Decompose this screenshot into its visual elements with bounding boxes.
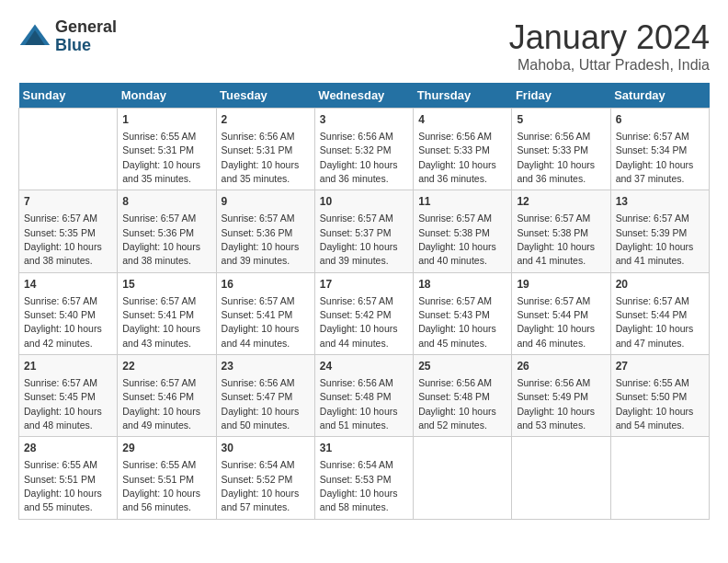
calendar-week-row: 1Sunrise: 6:55 AM Sunset: 5:31 PM Daylig… — [19, 109, 710, 190]
day-number: 1 — [122, 112, 210, 128]
cell-info: Sunrise: 6:57 AM Sunset: 5:36 PM Dayligh… — [222, 213, 300, 266]
cell-info: Sunrise: 6:57 AM Sunset: 5:34 PM Dayligh… — [616, 131, 694, 184]
logo-general: General — [55, 18, 117, 37]
calendar-week-row: 7Sunrise: 6:57 AM Sunset: 5:35 PM Daylig… — [19, 190, 710, 272]
cell-info: Sunrise: 6:57 AM Sunset: 5:35 PM Dayligh… — [24, 213, 102, 266]
logo: General Blue — [18, 18, 117, 55]
day-header-tuesday: Tuesday — [216, 83, 314, 109]
calendar-table: SundayMondayTuesdayWednesdayThursdayFrid… — [18, 83, 710, 520]
calendar-week-row: 21Sunrise: 6:57 AM Sunset: 5:45 PM Dayli… — [19, 355, 710, 437]
calendar-cell: 16Sunrise: 6:57 AM Sunset: 5:41 PM Dayli… — [216, 272, 314, 354]
cell-info: Sunrise: 6:57 AM Sunset: 5:44 PM Dayligh… — [517, 295, 595, 349]
cell-info: Sunrise: 6:57 AM Sunset: 5:40 PM Dayligh… — [24, 295, 102, 349]
calendar-cell: 2Sunrise: 6:56 AM Sunset: 5:31 PM Daylig… — [216, 109, 314, 190]
cell-info: Sunrise: 6:55 AM Sunset: 5:31 PM Dayligh… — [122, 131, 200, 184]
calendar-cell — [610, 437, 709, 519]
calendar-cell: 4Sunrise: 6:56 AM Sunset: 5:33 PM Daylig… — [414, 109, 512, 190]
calendar-cell: 19Sunrise: 6:57 AM Sunset: 5:44 PM Dayli… — [512, 272, 610, 354]
cell-info: Sunrise: 6:56 AM Sunset: 5:48 PM Dayligh… — [418, 377, 496, 431]
day-header-wednesday: Wednesday — [314, 83, 413, 109]
cell-info: Sunrise: 6:55 AM Sunset: 5:50 PM Dayligh… — [616, 377, 694, 431]
cell-info: Sunrise: 6:56 AM Sunset: 5:32 PM Dayligh… — [320, 131, 398, 184]
page-header: General Blue January 2024 Mahoba, Uttar … — [18, 18, 710, 74]
calendar-cell: 12Sunrise: 6:57 AM Sunset: 5:38 PM Dayli… — [512, 190, 610, 272]
calendar-cell: 14Sunrise: 6:57 AM Sunset: 5:40 PM Dayli… — [19, 272, 118, 354]
day-number: 30 — [222, 441, 310, 456]
calendar-cell: 24Sunrise: 6:56 AM Sunset: 5:48 PM Dayli… — [314, 355, 413, 437]
cell-info: Sunrise: 6:57 AM Sunset: 5:38 PM Dayligh… — [418, 213, 496, 266]
cell-info: Sunrise: 6:57 AM Sunset: 5:44 PM Dayligh… — [616, 295, 694, 349]
cell-info: Sunrise: 6:57 AM Sunset: 5:45 PM Dayligh… — [24, 377, 102, 431]
day-number: 20 — [616, 277, 704, 293]
calendar-cell — [19, 109, 118, 190]
day-number: 24 — [320, 359, 408, 374]
cell-info: Sunrise: 6:57 AM Sunset: 5:37 PM Dayligh… — [320, 213, 398, 266]
calendar-cell: 21Sunrise: 6:57 AM Sunset: 5:45 PM Dayli… — [19, 355, 118, 437]
calendar-cell: 25Sunrise: 6:56 AM Sunset: 5:48 PM Dayli… — [414, 355, 512, 437]
day-number: 15 — [122, 277, 210, 293]
day-number: 6 — [616, 112, 704, 128]
day-number: 22 — [122, 359, 210, 374]
calendar-cell: 11Sunrise: 6:57 AM Sunset: 5:38 PM Dayli… — [414, 190, 512, 272]
day-number: 10 — [320, 194, 408, 210]
cell-info: Sunrise: 6:56 AM Sunset: 5:47 PM Dayligh… — [222, 377, 300, 431]
day-header-friday: Friday — [512, 83, 610, 109]
day-number: 28 — [24, 441, 112, 456]
calendar-cell: 7Sunrise: 6:57 AM Sunset: 5:35 PM Daylig… — [19, 190, 118, 272]
day-number: 12 — [517, 194, 605, 210]
location: Mahoba, Uttar Pradesh, India — [509, 57, 710, 74]
calendar-cell: 18Sunrise: 6:57 AM Sunset: 5:43 PM Dayli… — [414, 272, 512, 354]
day-number: 29 — [122, 441, 210, 456]
cell-info: Sunrise: 6:56 AM Sunset: 5:48 PM Dayligh… — [320, 377, 398, 431]
cell-info: Sunrise: 6:57 AM Sunset: 5:42 PM Dayligh… — [320, 295, 398, 349]
calendar-cell: 27Sunrise: 6:55 AM Sunset: 5:50 PM Dayli… — [610, 355, 709, 437]
calendar-cell: 15Sunrise: 6:57 AM Sunset: 5:41 PM Dayli… — [118, 272, 216, 354]
day-number: 9 — [222, 194, 310, 210]
day-number: 2 — [222, 112, 310, 128]
day-number: 23 — [222, 359, 310, 374]
day-number: 8 — [122, 194, 210, 210]
cell-info: Sunrise: 6:55 AM Sunset: 5:51 PM Dayligh… — [122, 459, 200, 512]
calendar-cell: 13Sunrise: 6:57 AM Sunset: 5:39 PM Dayli… — [610, 190, 709, 272]
calendar-cell: 30Sunrise: 6:54 AM Sunset: 5:52 PM Dayli… — [216, 437, 314, 519]
day-header-thursday: Thursday — [414, 83, 512, 109]
day-header-monday: Monday — [118, 83, 216, 109]
logo-blue: Blue — [55, 37, 117, 55]
cell-info: Sunrise: 6:57 AM Sunset: 5:38 PM Dayligh… — [517, 213, 595, 266]
day-number: 7 — [24, 194, 112, 210]
day-number: 18 — [418, 277, 506, 293]
logo-text: General Blue — [55, 18, 117, 55]
calendar-cell: 26Sunrise: 6:56 AM Sunset: 5:49 PM Dayli… — [512, 355, 610, 437]
calendar-cell: 23Sunrise: 6:56 AM Sunset: 5:47 PM Dayli… — [216, 355, 314, 437]
day-number: 21 — [24, 359, 112, 374]
day-number: 4 — [418, 112, 506, 128]
calendar-cell: 1Sunrise: 6:55 AM Sunset: 5:31 PM Daylig… — [118, 109, 216, 190]
day-number: 25 — [418, 359, 506, 374]
calendar-week-row: 28Sunrise: 6:55 AM Sunset: 5:51 PM Dayli… — [19, 437, 710, 519]
calendar-header-row: SundayMondayTuesdayWednesdayThursdayFrid… — [19, 83, 710, 109]
calendar-cell — [414, 437, 512, 519]
cell-info: Sunrise: 6:54 AM Sunset: 5:52 PM Dayligh… — [222, 459, 300, 512]
calendar-cell: 8Sunrise: 6:57 AM Sunset: 5:36 PM Daylig… — [118, 190, 216, 272]
calendar-cell: 29Sunrise: 6:55 AM Sunset: 5:51 PM Dayli… — [118, 437, 216, 519]
day-number: 13 — [616, 194, 704, 210]
cell-info: Sunrise: 6:56 AM Sunset: 5:33 PM Dayligh… — [418, 131, 496, 184]
day-number: 5 — [517, 112, 605, 128]
day-number: 31 — [320, 441, 408, 456]
calendar-cell: 10Sunrise: 6:57 AM Sunset: 5:37 PM Dayli… — [314, 190, 413, 272]
calendar-cell: 3Sunrise: 6:56 AM Sunset: 5:32 PM Daylig… — [314, 109, 413, 190]
calendar-cell: 9Sunrise: 6:57 AM Sunset: 5:36 PM Daylig… — [216, 190, 314, 272]
cell-info: Sunrise: 6:57 AM Sunset: 5:36 PM Dayligh… — [122, 213, 200, 266]
day-number: 16 — [222, 277, 310, 293]
cell-info: Sunrise: 6:57 AM Sunset: 5:46 PM Dayligh… — [122, 377, 200, 431]
day-number: 19 — [517, 277, 605, 293]
day-number: 14 — [24, 277, 112, 293]
cell-info: Sunrise: 6:57 AM Sunset: 5:41 PM Dayligh… — [222, 295, 300, 349]
calendar-cell: 6Sunrise: 6:57 AM Sunset: 5:34 PM Daylig… — [610, 109, 709, 190]
cell-info: Sunrise: 6:56 AM Sunset: 5:31 PM Dayligh… — [222, 131, 300, 184]
cell-info: Sunrise: 6:55 AM Sunset: 5:51 PM Dayligh… — [24, 459, 102, 512]
cell-info: Sunrise: 6:57 AM Sunset: 5:39 PM Dayligh… — [616, 213, 694, 266]
logo-icon — [18, 20, 51, 53]
day-header-sunday: Sunday — [19, 83, 118, 109]
day-number: 17 — [320, 277, 408, 293]
